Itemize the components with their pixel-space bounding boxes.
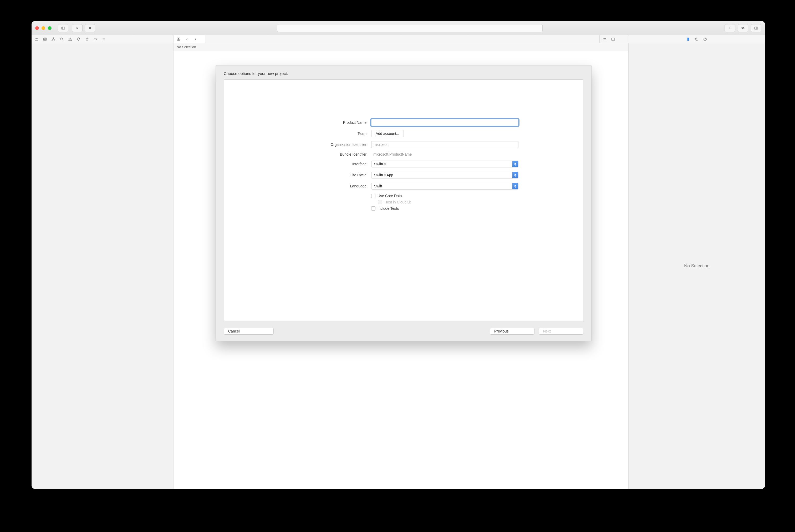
breakpoint-tag-icon — [93, 37, 97, 41]
organization-identifier-field[interactable] — [371, 141, 518, 148]
split-editor-icon — [611, 37, 615, 41]
minimize-window-button[interactable] — [41, 26, 45, 30]
code-review-button[interactable] — [738, 24, 748, 32]
team-label: Team: — [289, 131, 367, 136]
chevron-left-icon — [185, 37, 189, 41]
library-button[interactable] — [724, 24, 735, 32]
sheet-footer: Cancel Previous Next — [224, 321, 583, 335]
svg-rect-16 — [177, 39, 178, 40]
plus-icon — [728, 26, 732, 30]
interface-value: SwiftUI — [374, 162, 386, 166]
interface-label: Interface: — [289, 162, 367, 166]
close-window-button[interactable] — [35, 26, 39, 30]
product-name-field[interactable] — [371, 119, 518, 126]
svg-rect-14 — [177, 38, 178, 39]
related-items-button[interactable] — [176, 37, 181, 41]
editor-options-button[interactable] — [602, 37, 607, 41]
use-core-data-checkbox[interactable]: Use Core Data — [371, 194, 518, 198]
spray-icon — [85, 37, 89, 41]
hierarchy-icon — [51, 37, 55, 41]
popup-arrows-icon — [512, 183, 518, 189]
issue-navigator-tab[interactable] — [68, 37, 73, 41]
sidebar-right-icon — [754, 26, 758, 30]
toggle-inspector-button[interactable] — [751, 24, 761, 32]
report-navigator-tab[interactable] — [101, 37, 106, 41]
interface-popup[interactable]: SwiftUI — [371, 160, 518, 167]
lifecycle-value: SwiftUI App — [374, 173, 393, 177]
stop-button[interactable] — [84, 24, 95, 32]
find-navigator-tab[interactable] — [59, 37, 64, 41]
sheet-title: Choose options for your new project: — [224, 71, 583, 76]
arrows-left-right-icon — [741, 26, 745, 30]
svg-point-13 — [70, 40, 71, 40]
include-tests-label: Include Tests — [378, 206, 399, 211]
jump-bar-text: No Selection — [177, 45, 196, 49]
svg-point-22 — [705, 40, 705, 40]
test-navigator-tab[interactable] — [76, 37, 81, 41]
list-icon — [102, 37, 106, 41]
sheet-body: Product Name: Team: Add account... Organ… — [224, 79, 583, 321]
inspector-empty-label: No Selection — [629, 43, 765, 489]
svg-rect-17 — [179, 39, 180, 40]
new-project-options-sheet: Choose options for your new project: Pro… — [215, 65, 591, 341]
cancel-button[interactable]: Cancel — [224, 328, 274, 335]
svg-marker-26 — [514, 175, 516, 177]
language-popup[interactable]: Swift — [371, 183, 518, 190]
breakpoint-navigator-tab[interactable] — [93, 37, 98, 41]
checkbox-icon — [371, 206, 375, 211]
nav-forward-button[interactable] — [193, 37, 198, 41]
debug-navigator-tab[interactable] — [84, 37, 89, 41]
folder-icon — [34, 37, 39, 41]
next-button: Next — [539, 328, 583, 335]
popup-arrows-icon — [512, 172, 518, 178]
symbol-navigator-tab[interactable] — [51, 37, 56, 41]
svg-rect-15 — [179, 38, 180, 39]
lines-icon — [603, 37, 607, 41]
square-x-icon — [43, 37, 47, 41]
nav-back-button[interactable] — [185, 37, 189, 41]
svg-rect-0 — [61, 27, 65, 29]
zoom-window-button[interactable] — [48, 26, 52, 30]
help-inspector-tab[interactable] — [703, 37, 707, 41]
svg-rect-6 — [755, 27, 758, 29]
bundle-id-label: Bundle Identifier: — [289, 152, 367, 156]
checkbox-icon — [378, 200, 382, 204]
svg-rect-11 — [54, 40, 55, 40]
include-tests-checkbox[interactable]: Include Tests — [371, 206, 518, 211]
diamond-icon — [76, 37, 81, 41]
add-account-button[interactable]: Add account... — [371, 130, 404, 137]
previous-button[interactable]: Previous — [490, 328, 534, 335]
warning-triangle-icon — [68, 37, 72, 41]
file-inspector-tab[interactable] — [686, 37, 690, 41]
sidebar-left-icon — [61, 26, 65, 30]
lifecycle-label: Life Cycle: — [289, 173, 367, 177]
product-name-label: Product Name: — [289, 120, 367, 125]
inspector-pane: No Selection — [628, 43, 765, 489]
svg-marker-2 — [76, 27, 78, 29]
toggle-navigator-button[interactable] — [58, 24, 68, 32]
lifecycle-popup[interactable]: SwiftUI App — [371, 172, 518, 178]
svg-marker-24 — [514, 164, 516, 166]
document-icon — [686, 37, 690, 41]
source-control-navigator-tab[interactable] — [43, 37, 47, 41]
navigator-tab-bar — [32, 35, 765, 43]
grid-four-icon — [176, 37, 181, 41]
use-core-data-label: Use Core Data — [378, 194, 402, 198]
window-traffic-lights — [35, 26, 52, 30]
play-icon — [75, 26, 79, 30]
svg-marker-27 — [514, 185, 516, 186]
checkbox-icon — [371, 194, 375, 198]
host-in-cloudkit-checkbox: Host in CloudKit — [378, 200, 518, 204]
svg-rect-3 — [89, 27, 91, 29]
bundle-identifier-value: microsoft.ProductName — [371, 152, 518, 156]
svg-point-12 — [60, 38, 62, 40]
language-value: Swift — [374, 184, 382, 188]
add-editor-button[interactable] — [611, 37, 616, 41]
project-navigator-tab[interactable] — [34, 37, 39, 41]
jump-bar: No Selection — [173, 43, 628, 51]
language-label: Language: — [289, 184, 367, 188]
navigator-pane — [32, 43, 173, 489]
history-inspector-tab[interactable] — [694, 37, 699, 41]
run-button[interactable] — [72, 24, 82, 32]
clock-icon — [695, 37, 699, 41]
